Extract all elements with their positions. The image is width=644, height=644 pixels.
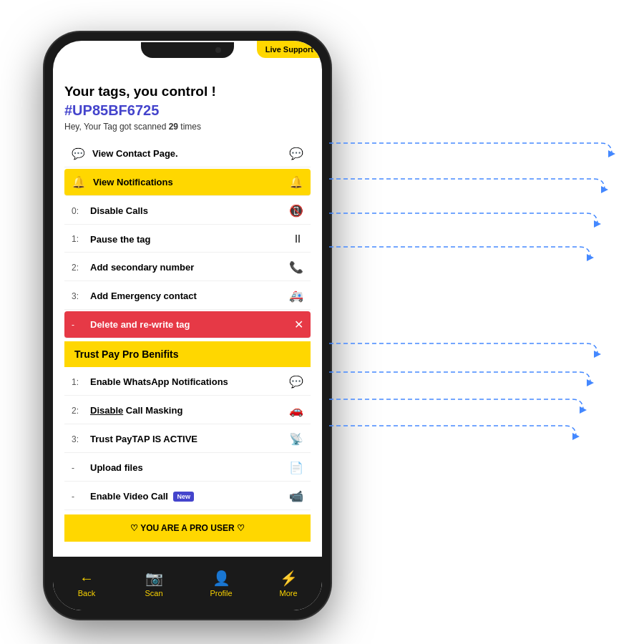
- upload-files-label: Upload files: [90, 462, 143, 473]
- profile-icon: 👤: [213, 570, 230, 587]
- live-support-badge[interactable]: Live Support: [257, 41, 322, 58]
- svg-marker-7: [572, 433, 580, 440]
- car-icon: 🚗: [289, 404, 303, 417]
- more-icon: ⚡: [280, 570, 298, 587]
- nav-more[interactable]: ⚡ More: [255, 557, 322, 610]
- new-badge: New: [173, 492, 194, 502]
- nav-scan[interactable]: 📷 Scan: [120, 557, 187, 610]
- menu-whatsapp-notifications[interactable]: 1: Enable WhatsApp Notifications 💬: [64, 369, 311, 396]
- tap-active-label: Trust PayTAP IS ACTIVE: [90, 434, 197, 444]
- notch-dot: [215, 47, 221, 53]
- menu-disable-calls[interactable]: 0: Disable Calls 📵: [64, 197, 311, 225]
- bell-left-icon: 🔔: [72, 175, 86, 189]
- call-masking-label: Disable Call Masking: [90, 405, 182, 416]
- menu-delete-tag[interactable]: - Delete and re-write tag ✕: [64, 311, 311, 338]
- bottom-nav: ← Back 📷 Scan 👤 Profile ⚡ More: [53, 557, 322, 610]
- video-icon: 📹: [289, 489, 303, 503]
- svg-marker-6: [580, 406, 587, 414]
- scan-icon: 📷: [145, 570, 163, 587]
- scan-info: Hey, Your Tag got scanned 29 times: [64, 122, 311, 132]
- view-contact-label: View Contact Page.: [92, 148, 178, 159]
- nav-back[interactable]: ← Back: [53, 557, 120, 610]
- menu-upload-files[interactable]: - Upload files 📄: [64, 454, 311, 482]
- nav-profile[interactable]: 👤 Profile: [187, 557, 255, 610]
- menu-view-notifications[interactable]: 🔔 View Notifications 🔔: [64, 169, 311, 196]
- video-call-label: Enable Video Call New: [90, 491, 194, 502]
- svg-marker-3: [587, 254, 594, 261]
- menu-call-masking[interactable]: 2: Disable Call Masking 🚗: [64, 397, 311, 424]
- menu-tap-active[interactable]: 3: Trust PayTAP IS ACTIVE 📡: [64, 426, 311, 453]
- phone-notch: [141, 42, 234, 58]
- menu-video-call[interactable]: - Enable Video Call New 📹: [64, 483, 311, 510]
- add-secondary-label: Add secondary number: [90, 262, 194, 273]
- menu-pause-tag[interactable]: 1: Pause the tag ⏸: [64, 226, 311, 253]
- disable-calls-label: Disable Calls: [90, 205, 148, 216]
- phone-mockup: Live Support Your tags, you control ! #U…: [44, 32, 331, 619]
- menu-view-contact[interactable]: 💬 View Contact Page. 💬: [64, 140, 311, 167]
- phone-screen: Live Support Your tags, you control ! #U…: [53, 41, 322, 610]
- no-call-icon: 📵: [289, 204, 303, 218]
- chat-right-icon: 💬: [289, 147, 303, 160]
- whatsapp-label: Enable WhatsApp Notifications: [90, 376, 228, 387]
- pro-user-banner: ♡ YOU ARE A PRO USER ♡: [64, 514, 311, 542]
- emergency-icon: 🚑: [289, 289, 303, 303]
- scan-label: Scan: [145, 589, 162, 597]
- more-label: More: [279, 589, 297, 597]
- pause-tag-label: Pause the tag: [90, 234, 151, 245]
- svg-marker-2: [594, 220, 601, 228]
- profile-label: Profile: [210, 589, 232, 597]
- add-emergency-label: Add Emergency contact: [90, 291, 197, 301]
- arrows-overlay: [329, 0, 644, 644]
- svg-marker-4: [594, 351, 601, 358]
- pause-icon: ⏸: [292, 233, 303, 245]
- view-notifications-label: View Notifications: [93, 177, 173, 187]
- chat-icon: 💬: [72, 147, 85, 160]
- page-title: Your tags, you control !: [64, 84, 311, 99]
- close-icon: ✕: [294, 318, 303, 331]
- pro-section-header: Trust Pay Pro Benifits: [64, 341, 311, 367]
- screen-content[interactable]: Your tags, you control ! #UP85BF6725 Hey…: [53, 41, 322, 557]
- svg-marker-1: [601, 186, 608, 193]
- tap-icon: 📡: [289, 432, 303, 446]
- back-label: Back: [78, 589, 95, 597]
- arrows-svg: [329, 0, 644, 644]
- file-icon: 📄: [289, 461, 303, 474]
- phone-icon: 📞: [289, 260, 303, 274]
- menu-add-secondary[interactable]: 2: Add secondary number 📞: [64, 254, 311, 281]
- whatsapp-icon: 💬: [289, 375, 303, 389]
- bell-right-icon: 🔔: [289, 175, 303, 189]
- tag-id: #UP85BF6725: [64, 102, 311, 119]
- svg-marker-0: [608, 150, 615, 157]
- menu-add-emergency[interactable]: 3: Add Emergency contact 🚑: [64, 283, 311, 310]
- delete-tag-label: Delete and re-write tag: [90, 319, 190, 330]
- svg-marker-5: [587, 379, 594, 386]
- back-icon: ←: [79, 570, 94, 587]
